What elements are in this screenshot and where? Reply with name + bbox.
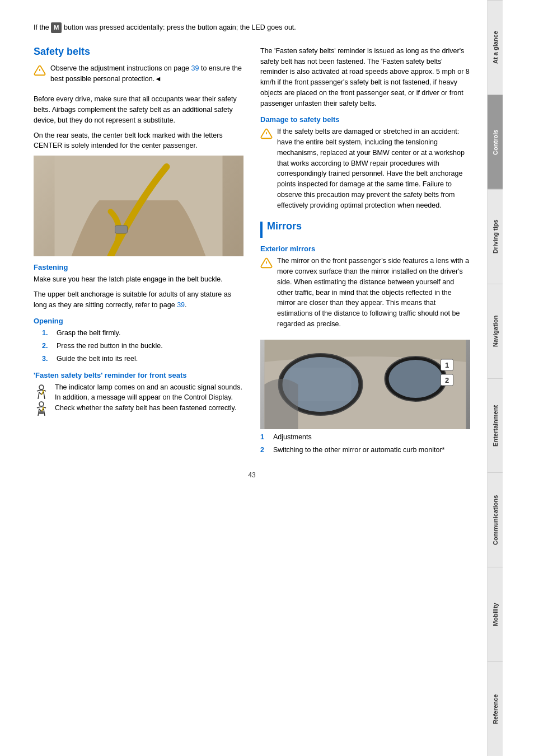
- sidebar-tab-communications[interactable]: Communications: [488, 472, 503, 567]
- opening-title: Opening: [34, 317, 243, 325]
- m-button-inline: M: [51, 22, 62, 33]
- fastening-text2: The upper belt anchorage is suitable for…: [34, 289, 243, 311]
- sidebar-tab-entertainment[interactable]: Entertainment: [488, 378, 503, 473]
- mirror-num-2: 2: [260, 445, 269, 456]
- mirror-diagram: 1 2: [260, 340, 470, 429]
- safety-belts-warning-box: Observe the adjustment instructions on p…: [34, 63, 243, 89]
- safety-belts-para1: Before every drive, make sure that all o…: [34, 94, 243, 125]
- fasten-icon-stack: [34, 383, 49, 418]
- sidebar-tab-navigation[interactable]: Navigation: [488, 284, 503, 378]
- seatbelt-person-icon: [34, 383, 49, 399]
- safety-belts-warning-text: Observe the adjustment instructions on p…: [50, 63, 243, 84]
- safety-belts-title: Safety belts: [34, 46, 243, 58]
- sidebar-tab-controls[interactable]: Controls: [488, 95, 503, 189]
- sidebar-tab-at-a-glance[interactable]: At a glance: [488, 0, 503, 95]
- intro-paragraph: If the M button was pressed accidentally…: [34, 22, 470, 33]
- svg-point-16: [389, 360, 443, 398]
- mirror-diagram-labels: 1 Adjustments 2 Switching to the other m…: [260, 432, 470, 456]
- sidebar-tab-mobility[interactable]: Mobility: [488, 567, 503, 661]
- fasten-reminder-text: The indicator lamp comes on and an acous…: [55, 382, 243, 414]
- mirror-label-2-text: Switching to the other mirror or automat…: [273, 445, 444, 456]
- step-num-3: 3.: [42, 354, 52, 364]
- mirror-label-1-text: Adjustments: [273, 432, 312, 443]
- svg-rect-3: [115, 226, 128, 233]
- exterior-mirrors-warning-box: The mirror on the front passenger's side…: [260, 256, 470, 334]
- step-text-3: Guide the belt into its reel.: [57, 354, 138, 364]
- damage-warning-text: If the safety belts are damaged or stret…: [277, 126, 470, 210]
- damage-title: Damage to safety belts: [260, 115, 470, 124]
- fasten-reminder-title: 'Fasten safety belts' reminder for front…: [34, 371, 243, 379]
- opening-step-2: 2. Press the red button in the buckle.: [42, 341, 243, 351]
- two-column-layout: Safety belts Observe the adjustment inst…: [34, 46, 470, 460]
- left-column: Safety belts Observe the adjustment inst…: [34, 46, 243, 460]
- fastening-text1: Make sure you hear the latch plate engag…: [34, 274, 243, 285]
- sidebar-tab-reference[interactable]: Reference: [488, 661, 503, 756]
- page-wrapper: If the M button was pressed accidentally…: [0, 0, 534, 756]
- mirror-label-2: 2 Switching to the other mirror or autom…: [260, 445, 470, 456]
- seatbelt-buckle-icon: [34, 400, 49, 416]
- exterior-mirrors-warning-icon: [260, 257, 273, 269]
- exterior-mirrors-warning-text: The mirror on the front passenger's side…: [277, 256, 470, 329]
- svg-point-4: [39, 385, 44, 389]
- mirror-num-1: 1: [260, 432, 269, 443]
- mirrors-title: Mirrors: [267, 220, 302, 232]
- mirrors-accent-bar: [260, 222, 263, 238]
- svg-rect-14: [290, 368, 352, 401]
- damage-warning-box: If the safety belts are damaged or stret…: [260, 126, 470, 215]
- warning-triangle-icon: [34, 64, 46, 77]
- fastening-title: Fastening: [34, 263, 243, 271]
- page-ref-39-1[interactable]: 39: [191, 64, 199, 72]
- step-text-1: Grasp the belt firmly.: [57, 328, 120, 339]
- svg-point-5: [39, 402, 44, 406]
- fasten-reminder-right-text: The 'Fasten safety belts' reminder is is…: [260, 46, 470, 109]
- fasten-reminder-box: The indicator lamp comes on and an acous…: [34, 382, 243, 418]
- sidebar: At a glance Controls Driving tips Naviga…: [487, 0, 503, 756]
- main-content: If the M button was pressed accidentally…: [0, 0, 487, 756]
- opening-steps-list: 1. Grasp the belt firmly. 2. Press the r…: [42, 328, 243, 364]
- damage-warning-triangle-icon: [260, 128, 273, 140]
- exterior-mirrors-title: Exterior mirrors: [260, 245, 470, 253]
- svg-text:2: 2: [445, 376, 449, 384]
- mirror-label-1: 1 Adjustments: [260, 432, 470, 443]
- svg-text:1: 1: [445, 361, 449, 369]
- step-num-2: 2.: [42, 341, 52, 351]
- opening-step-1: 1. Grasp the belt firmly.: [42, 328, 243, 339]
- sidebar-tab-driving-tips[interactable]: Driving tips: [488, 189, 503, 284]
- page-number: 43: [34, 471, 470, 479]
- seatbelt-image: [34, 156, 243, 256]
- right-column: The 'Fasten safety belts' reminder is is…: [260, 46, 470, 460]
- svg-rect-6: [39, 411, 44, 414]
- page-ref-39-2[interactable]: 39: [177, 301, 185, 309]
- step-num-1: 1.: [42, 328, 52, 339]
- opening-step-3: 3. Guide the belt into its reel.: [42, 354, 243, 364]
- step-text-2: Press the red button in the buckle.: [57, 341, 163, 351]
- safety-belts-para2: On the rear seats, the center belt lock …: [34, 130, 243, 152]
